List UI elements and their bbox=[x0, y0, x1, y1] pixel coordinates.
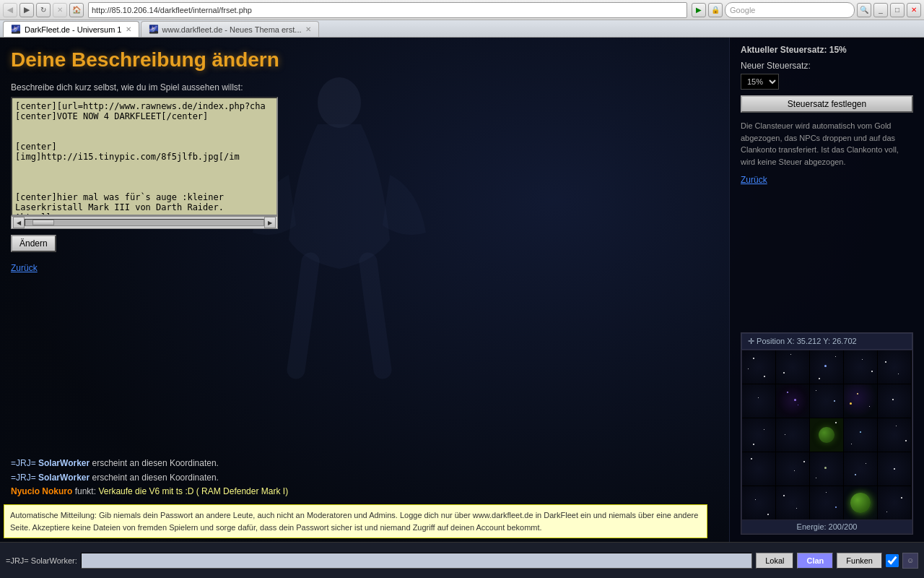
tax-new-label: Neuer Steuersatz: bbox=[741, 61, 913, 71]
galaxy-cell-0-2[interactable] bbox=[810, 350, 843, 384]
status-text-2: erscheint an diesen Koordinaten. bbox=[92, 473, 219, 483]
galaxy-cell-1-0[interactable] bbox=[742, 384, 775, 418]
main-content: Deine Beschreibung ändern Beschreibe dic… bbox=[0, 38, 924, 578]
tab-icon-1: 🌌 bbox=[11, 25, 21, 34]
scroll-right-arrow[interactable]: ▶ bbox=[264, 217, 276, 228]
address-text: http://85.10.206.14/darkfleet/internal/f… bbox=[92, 6, 252, 14]
tab-close-2[interactable]: ✕ bbox=[305, 25, 311, 33]
search-placeholder: Google bbox=[730, 6, 755, 14]
zuruck-link-right[interactable]: Zurück bbox=[741, 175, 913, 185]
galaxy-cell-4-2[interactable] bbox=[810, 486, 843, 519]
chat-bar-label: =JRJ= SolarWorker: bbox=[6, 556, 77, 565]
chat-text: Verkaufe die V6 mit ts :D ( RAM Defender… bbox=[98, 486, 288, 496]
energy-bar: Energie: 200/200 bbox=[741, 520, 912, 534]
galaxy-cell-3-3[interactable] bbox=[844, 452, 877, 486]
tab-icon-2: 🌌 bbox=[149, 25, 159, 34]
galaxy-cell-0-1[interactable] bbox=[776, 350, 809, 384]
galaxy-cell-2-0[interactable] bbox=[742, 418, 775, 452]
chat-input[interactable] bbox=[81, 553, 752, 569]
tab-darkfleet-neues[interactable]: 🌌 www.darkfleet.de - Neues Thema erst...… bbox=[141, 21, 319, 37]
tab-close-1[interactable]: ✕ bbox=[126, 25, 131, 33]
galaxy-cell-4-3[interactable] bbox=[844, 486, 877, 519]
scroll-thumb-h[interactable] bbox=[32, 220, 54, 225]
home-button[interactable]: 🏠 bbox=[69, 3, 84, 17]
page-title: Deine Beschreibung ändern bbox=[11, 48, 718, 72]
maximize-button[interactable]: □ bbox=[890, 3, 905, 17]
status-line-1: =JRJ= SolarWorker erscheint an diesen Ko… bbox=[11, 457, 697, 470]
galaxy-grid[interactable] bbox=[741, 350, 912, 520]
status-line-2: =JRJ= SolarWorker erscheint an diesen Ko… bbox=[11, 471, 697, 485]
scroll-left-arrow[interactable]: ◀ bbox=[13, 217, 25, 228]
browser-chrome: ◀ ▶ ↻ ✕ 🏠 http://85.10.206.14/darkfleet/… bbox=[0, 0, 924, 38]
search-button[interactable]: 🔍 bbox=[857, 3, 871, 17]
galaxy-cell-1-3[interactable] bbox=[844, 384, 877, 418]
galaxy-cell-4-0[interactable] bbox=[742, 486, 775, 519]
back-button[interactable]: ◀ bbox=[3, 3, 17, 17]
chat-label: funkt: bbox=[75, 486, 99, 496]
tabs-bar: 🌌 DarkFleet.de - Universum 1 ✕ 🌌 www.dar… bbox=[0, 20, 924, 38]
lokal-button[interactable]: Lokal bbox=[756, 553, 793, 569]
galaxy-map: ✛ Position X: 35.212 Y: 26.702 bbox=[741, 332, 913, 535]
galaxy-cell-0-3[interactable] bbox=[844, 350, 877, 384]
status-text-1: erscheint an diesen Koordinaten. bbox=[92, 458, 219, 468]
chat-name: Nyucio Nokuro bbox=[11, 486, 72, 496]
chat-checkbox[interactable] bbox=[886, 554, 899, 567]
reload-button[interactable]: ↻ bbox=[36, 3, 51, 17]
position-label: ✛ Position X: 35.212 Y: 26.702 bbox=[748, 337, 857, 346]
chat-bar: =JRJ= SolarWorker: Lokal Clan Funken ☺ bbox=[0, 542, 924, 578]
funken-button[interactable]: Funken bbox=[837, 553, 882, 569]
description-textarea[interactable] bbox=[11, 97, 278, 216]
textarea-wrapper bbox=[11, 97, 278, 216]
tax-info: Die Clansteuer wird automatisch vom Gold… bbox=[741, 120, 913, 168]
tax-select-row: 15% 0% 5% 10% 20% 25% 30% bbox=[741, 74, 913, 90]
tab-label-1: DarkFleet.de - Universum 1 bbox=[25, 25, 122, 34]
horizontal-scrollbar[interactable]: ◀ ▶ bbox=[11, 216, 278, 229]
tab-darkfleet-universum[interactable]: 🌌 DarkFleet.de - Universum 1 ✕ bbox=[3, 21, 139, 37]
address-bar[interactable]: http://85.10.206.14/darkfleet/internal/f… bbox=[88, 2, 687, 18]
warning-box: Automatische Mitteilung: Gib niemals dei… bbox=[4, 504, 707, 538]
chat-icon-button[interactable]: ☺ bbox=[902, 553, 918, 569]
galaxy-cell-1-1[interactable] bbox=[776, 384, 809, 418]
galaxy-cell-4-1[interactable] bbox=[776, 486, 809, 519]
galaxy-map-header: ✛ Position X: 35.212 Y: 26.702 bbox=[741, 333, 912, 350]
tab-label-2: www.darkfleet.de - Neues Thema erst... bbox=[162, 25, 302, 34]
galaxy-cell-3-0[interactable] bbox=[742, 452, 775, 486]
forward-button[interactable]: ▶ bbox=[19, 3, 34, 17]
status-name-1: =JRJ= SolarWorker bbox=[11, 458, 90, 468]
clan-button[interactable]: Clan bbox=[797, 553, 833, 569]
galaxy-cell-3-1[interactable] bbox=[776, 452, 809, 486]
galaxy-cell-0-4[interactable] bbox=[878, 350, 911, 384]
festlegen-button[interactable]: Steuersatz festlegen bbox=[741, 95, 913, 113]
galaxy-cell-3-2[interactable] bbox=[810, 452, 843, 486]
scroll-track-h[interactable] bbox=[25, 219, 264, 226]
browser-toolbar: ◀ ▶ ↻ ✕ 🏠 http://85.10.206.14/darkfleet/… bbox=[0, 0, 924, 20]
warning-text: Automatische Mitteilung: Gib niemals dei… bbox=[10, 511, 698, 532]
galaxy-cell-2-2-current[interactable] bbox=[810, 418, 843, 452]
galaxy-cell-2-3[interactable] bbox=[844, 418, 877, 452]
galaxy-cell-3-4[interactable] bbox=[878, 452, 911, 486]
search-bar[interactable]: Google bbox=[725, 2, 855, 18]
description-label: Beschreibe dich kurz selbst, wie du im S… bbox=[11, 82, 718, 92]
galaxy-cell-4-4[interactable] bbox=[878, 486, 911, 519]
zuruck-link-left[interactable]: Zurück bbox=[11, 263, 718, 273]
right-panel: Aktueller Steuersatz: 15% Neuer Steuersa… bbox=[729, 38, 924, 578]
galaxy-cell-1-4[interactable] bbox=[878, 384, 911, 418]
status-area: =JRJ= SolarWorker erscheint an diesen Ko… bbox=[0, 457, 707, 499]
smiley-icon: ☺ bbox=[907, 556, 914, 564]
status-line-chat: Nyucio Nokuro funkt: Verkaufe die V6 mit… bbox=[11, 485, 697, 499]
security-button[interactable]: 🔒 bbox=[708, 3, 723, 17]
minimize-button[interactable]: _ bbox=[873, 3, 888, 17]
galaxy-cell-0-0[interactable] bbox=[742, 350, 775, 384]
tax-current-label: Aktueller Steuersatz: 15% bbox=[741, 45, 913, 55]
status-name-2: =JRJ= SolarWorker bbox=[11, 473, 90, 483]
tax-select[interactable]: 15% 0% 5% 10% 20% 25% 30% bbox=[741, 74, 779, 90]
andern-button[interactable]: Ändern bbox=[11, 235, 56, 252]
galaxy-cell-2-1[interactable] bbox=[776, 418, 809, 452]
close-button[interactable]: ✕ bbox=[907, 3, 921, 17]
stop-button[interactable]: ✕ bbox=[53, 3, 67, 17]
galaxy-cell-1-2[interactable] bbox=[810, 384, 843, 418]
galaxy-cell-2-4[interactable] bbox=[878, 418, 911, 452]
go-button[interactable]: ▶ bbox=[692, 3, 706, 17]
